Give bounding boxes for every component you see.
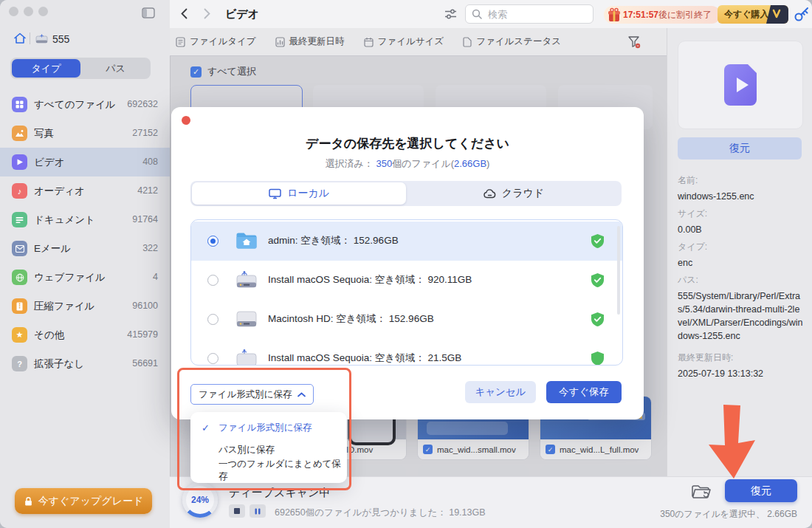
close-dialog-button[interactable] [182,116,190,125]
selected-count: 350 [376,158,392,169]
tab-type[interactable]: タイプ [12,59,80,78]
annotation-arrow [706,405,763,481]
shield-check-icon [591,351,605,366]
subtitle-mid: 個のファイル( [392,158,454,169]
drive-label: admin: 空き領域： 152.96GB [268,234,399,247]
audio-icon: ♪ [12,183,27,199]
annotation-highlight-box [177,368,351,490]
sidebar: 555 タイプ パス すべてのファイル 692632 写真 27152 ビデオ … [0,0,171,528]
dialog-subtitle: 選択済み： 350個のファイル(2.66GB) [171,157,644,171]
search-icon [472,9,482,19]
field-path: パス: 555/System/Library/Perl/Extras/5.34/… [678,274,803,343]
scrollbar[interactable] [617,226,620,315]
save-now-button[interactable]: 今すぐ保存 [546,381,622,403]
sidebar-item-others[interactable]: ★ その他 415979 [0,320,170,349]
video-file-icon [717,61,764,109]
home-icon[interactable] [13,32,27,45]
usb-device-icon [35,33,48,44]
sidebar-item-label: ウェブファイル [34,271,106,284]
buy-now-label: 今すぐ購入 [718,8,769,21]
sidebar-item-archives[interactable]: 圧縮ファイル 96100 [0,292,170,320]
sidebar-item-label: Eメール [34,242,71,256]
usb-drive-icon [235,349,258,366]
app-window: 555 タイプ パス すべてのファイル 692632 写真 27152 ビデオ … [0,0,812,528]
field-value: 555/System/Library/Perl/Extras/5.34/darw… [678,289,803,343]
drive-label: Install macOS Sequoia: 空き領域： 920.11GB [268,273,472,287]
activation-key-icon[interactable] [794,6,810,22]
web-files-icon [12,270,27,285]
sidebar-item-videos[interactable]: ビデオ 408 [0,148,170,176]
filter-settings-icon[interactable] [444,8,457,20]
field-name: 名前: windows-1255.enc [678,174,803,203]
upgrade-label: 今すぐアップグレード [38,495,144,508]
sidebar-item-label: オーディオ [34,185,85,198]
forward-icon[interactable] [204,8,210,19]
all-files-icon [12,97,27,112]
sidebar-item-photos[interactable]: 写真 27152 [0,119,170,148]
field-label: 最終更新日時: [678,352,803,364]
tab-cloud[interactable]: クラウド [406,181,622,206]
restore-button-panel[interactable]: 復元 [678,137,802,160]
upgrade-button[interactable]: 今すぐアップグレード [15,488,152,514]
countdown-time: 17:51:57 [623,10,658,20]
sidebar-item-documents[interactable]: ドキュメント 91764 [0,205,170,234]
field-type: タイプ: enc [678,241,803,270]
sidebar-item-email[interactable]: Eメール 322 [0,234,170,263]
sidebar-item-all-files[interactable]: すべてのファイル 692632 [0,90,170,119]
sidebar-item-web-files[interactable]: ウェブファイル 4 [0,263,170,292]
countdown-label: 後に割引終了 [658,9,712,21]
pause-scan-button[interactable] [250,504,266,518]
field-value: 0.00B [678,223,803,236]
email-icon [12,241,27,256]
sidebar-view-switch: タイプ パス [10,58,151,79]
drive-row-install-sequoia[interactable]: Install macOS Sequoia: 空き領域： 920.11GB [191,261,622,300]
radio-selected[interactable] [207,236,219,247]
close-window-button[interactable] [9,7,18,16]
restore-button-main[interactable]: 復元 [725,479,797,502]
divider [30,32,30,44]
sidebar-item-count: 692632 [127,99,158,109]
top-toolbar: ビデオ 17:51:57 後に割引終了 今すぐ購入 [170,0,812,29]
page-title: ビデオ [225,7,259,21]
stop-scan-button[interactable] [229,504,245,518]
sidebar-item-no-extension[interactable]: ? 拡張子なし 56691 [0,349,170,378]
destination-tabs: ローカル クラウド [190,181,622,206]
sidebar-item-audio[interactable]: ♪ オーディオ 4212 [0,176,170,205]
radio-unselected[interactable] [207,275,219,286]
search-box[interactable] [465,4,593,24]
drive-row-partial[interactable]: Install macOS Sequoia: 空き領域： 21.5GB [191,339,622,366]
sidebar-item-count: 322 [142,243,158,253]
recovery-folder-icon[interactable] [691,483,711,501]
buy-now-button[interactable]: 今すぐ購入 [718,5,788,24]
drive-row-macintosh-hd[interactable]: Macintosh HD: 空き領域： 152.96GB [191,300,622,339]
maximize-window-button[interactable] [38,7,48,16]
sidebar-item-label: ドキュメント [34,213,95,227]
sidebar-item-label: その他 [34,329,64,342]
tab-local[interactable]: ローカル [192,182,406,205]
dialog-title: データの保存先を選択してください [171,135,644,152]
documents-icon [12,212,27,227]
sidebar-item-label: ビデオ [34,156,64,169]
videos-icon [12,154,27,170]
usb-drive-icon [235,270,258,289]
gift-icon [607,7,622,23]
radio-unselected[interactable] [207,353,219,364]
sidebar-item-count: 27152 [132,128,158,138]
search-input[interactable] [486,8,578,21]
cancel-button[interactable]: キャンセル [465,381,536,403]
cloud-icon [484,189,496,199]
minimize-window-button[interactable] [24,7,33,16]
field-label: パス: [678,274,803,287]
tab-path[interactable]: パス [80,58,151,79]
sidebar-item-count: 56691 [132,358,158,368]
device-name: 555 [52,33,69,45]
back-icon[interactable] [181,8,187,19]
scan-status-detail: 692650個のファイルが見つかりました： 19.13GB [275,507,486,519]
drive-row-admin[interactable]: admin: 空き領域： 152.96GB [191,222,622,261]
discount-countdown-badge[interactable]: 17:51:57 後に割引終了 [604,6,720,24]
radio-unselected[interactable] [207,314,219,325]
tab-cloud-label: クラウド [502,187,544,200]
sidebar-toggle-icon[interactable] [142,7,155,18]
field-value: 2025-07-19 13:13:32 [678,367,803,380]
field-label: タイプ: [678,241,803,253]
